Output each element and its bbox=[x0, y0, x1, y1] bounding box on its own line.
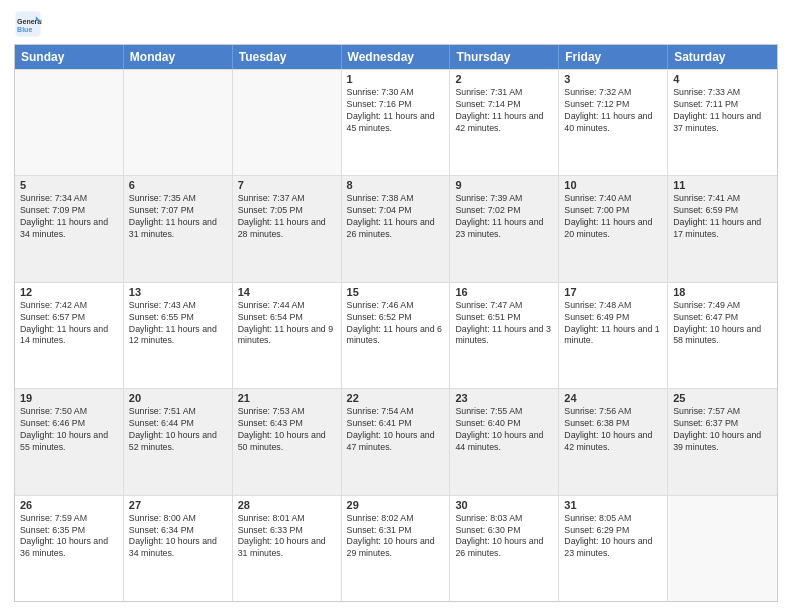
calendar-cell: 12Sunrise: 7:42 AMSunset: 6:57 PMDayligh… bbox=[15, 283, 124, 388]
cell-info: Sunrise: 7:41 AMSunset: 6:59 PMDaylight:… bbox=[673, 193, 772, 241]
cell-info: Sunrise: 7:38 AMSunset: 7:04 PMDaylight:… bbox=[347, 193, 445, 241]
cell-info: Sunrise: 7:34 AMSunset: 7:09 PMDaylight:… bbox=[20, 193, 118, 241]
day-number: 20 bbox=[129, 392, 227, 404]
day-header-tuesday: Tuesday bbox=[233, 45, 342, 69]
calendar-cell: 2Sunrise: 7:31 AMSunset: 7:14 PMDaylight… bbox=[450, 70, 559, 175]
calendar-cell: 30Sunrise: 8:03 AMSunset: 6:30 PMDayligh… bbox=[450, 496, 559, 601]
calendar-cell: 11Sunrise: 7:41 AMSunset: 6:59 PMDayligh… bbox=[668, 176, 777, 281]
calendar-cell: 21Sunrise: 7:53 AMSunset: 6:43 PMDayligh… bbox=[233, 389, 342, 494]
day-number: 14 bbox=[238, 286, 336, 298]
calendar-cell: 6Sunrise: 7:35 AMSunset: 7:07 PMDaylight… bbox=[124, 176, 233, 281]
day-number: 24 bbox=[564, 392, 662, 404]
day-number: 31 bbox=[564, 499, 662, 511]
cell-info: Sunrise: 7:57 AMSunset: 6:37 PMDaylight:… bbox=[673, 406, 772, 454]
calendar-cell: 13Sunrise: 7:43 AMSunset: 6:55 PMDayligh… bbox=[124, 283, 233, 388]
calendar-cell: 14Sunrise: 7:44 AMSunset: 6:54 PMDayligh… bbox=[233, 283, 342, 388]
calendar-cell: 5Sunrise: 7:34 AMSunset: 7:09 PMDaylight… bbox=[15, 176, 124, 281]
calendar: SundayMondayTuesdayWednesdayThursdayFrid… bbox=[14, 44, 778, 602]
day-number: 16 bbox=[455, 286, 553, 298]
day-number: 13 bbox=[129, 286, 227, 298]
cell-info: Sunrise: 7:55 AMSunset: 6:40 PMDaylight:… bbox=[455, 406, 553, 454]
day-number: 29 bbox=[347, 499, 445, 511]
calendar-cell bbox=[668, 496, 777, 601]
cell-info: Sunrise: 7:46 AMSunset: 6:52 PMDaylight:… bbox=[347, 300, 445, 348]
calendar-cell: 29Sunrise: 8:02 AMSunset: 6:31 PMDayligh… bbox=[342, 496, 451, 601]
cell-info: Sunrise: 7:42 AMSunset: 6:57 PMDaylight:… bbox=[20, 300, 118, 348]
calendar-cell: 17Sunrise: 7:48 AMSunset: 6:49 PMDayligh… bbox=[559, 283, 668, 388]
calendar-cell: 8Sunrise: 7:38 AMSunset: 7:04 PMDaylight… bbox=[342, 176, 451, 281]
calendar-cell: 1Sunrise: 7:30 AMSunset: 7:16 PMDaylight… bbox=[342, 70, 451, 175]
calendar-cell: 4Sunrise: 7:33 AMSunset: 7:11 PMDaylight… bbox=[668, 70, 777, 175]
calendar-cell: 10Sunrise: 7:40 AMSunset: 7:00 PMDayligh… bbox=[559, 176, 668, 281]
day-number: 10 bbox=[564, 179, 662, 191]
day-number: 27 bbox=[129, 499, 227, 511]
day-number: 25 bbox=[673, 392, 772, 404]
day-header-saturday: Saturday bbox=[668, 45, 777, 69]
day-number: 6 bbox=[129, 179, 227, 191]
day-number: 19 bbox=[20, 392, 118, 404]
calendar-cell: 20Sunrise: 7:51 AMSunset: 6:44 PMDayligh… bbox=[124, 389, 233, 494]
day-number: 12 bbox=[20, 286, 118, 298]
calendar-cell: 27Sunrise: 8:00 AMSunset: 6:34 PMDayligh… bbox=[124, 496, 233, 601]
calendar-cell bbox=[233, 70, 342, 175]
cell-info: Sunrise: 7:43 AMSunset: 6:55 PMDaylight:… bbox=[129, 300, 227, 348]
day-number: 8 bbox=[347, 179, 445, 191]
cell-info: Sunrise: 7:47 AMSunset: 6:51 PMDaylight:… bbox=[455, 300, 553, 348]
calendar-cell: 28Sunrise: 8:01 AMSunset: 6:33 PMDayligh… bbox=[233, 496, 342, 601]
day-header-friday: Friday bbox=[559, 45, 668, 69]
day-header-sunday: Sunday bbox=[15, 45, 124, 69]
svg-text:Blue: Blue bbox=[17, 26, 32, 33]
day-number: 18 bbox=[673, 286, 772, 298]
day-number: 1 bbox=[347, 73, 445, 85]
cell-info: Sunrise: 7:35 AMSunset: 7:07 PMDaylight:… bbox=[129, 193, 227, 241]
day-number: 7 bbox=[238, 179, 336, 191]
cell-info: Sunrise: 7:37 AMSunset: 7:05 PMDaylight:… bbox=[238, 193, 336, 241]
day-number: 9 bbox=[455, 179, 553, 191]
calendar-cell: 25Sunrise: 7:57 AMSunset: 6:37 PMDayligh… bbox=[668, 389, 777, 494]
cell-info: Sunrise: 7:51 AMSunset: 6:44 PMDaylight:… bbox=[129, 406, 227, 454]
cell-info: Sunrise: 8:00 AMSunset: 6:34 PMDaylight:… bbox=[129, 513, 227, 561]
calendar-cell: 16Sunrise: 7:47 AMSunset: 6:51 PMDayligh… bbox=[450, 283, 559, 388]
cell-info: Sunrise: 8:03 AMSunset: 6:30 PMDaylight:… bbox=[455, 513, 553, 561]
day-number: 22 bbox=[347, 392, 445, 404]
cell-info: Sunrise: 7:33 AMSunset: 7:11 PMDaylight:… bbox=[673, 87, 772, 135]
calendar-cell: 18Sunrise: 7:49 AMSunset: 6:47 PMDayligh… bbox=[668, 283, 777, 388]
day-number: 17 bbox=[564, 286, 662, 298]
page-header: General Blue bbox=[14, 10, 778, 38]
calendar-cell: 22Sunrise: 7:54 AMSunset: 6:41 PMDayligh… bbox=[342, 389, 451, 494]
cell-info: Sunrise: 7:31 AMSunset: 7:14 PMDaylight:… bbox=[455, 87, 553, 135]
cell-info: Sunrise: 7:53 AMSunset: 6:43 PMDaylight:… bbox=[238, 406, 336, 454]
day-header-thursday: Thursday bbox=[450, 45, 559, 69]
calendar-cell: 31Sunrise: 8:05 AMSunset: 6:29 PMDayligh… bbox=[559, 496, 668, 601]
day-header-wednesday: Wednesday bbox=[342, 45, 451, 69]
calendar-cell: 3Sunrise: 7:32 AMSunset: 7:12 PMDaylight… bbox=[559, 70, 668, 175]
cell-info: Sunrise: 7:54 AMSunset: 6:41 PMDaylight:… bbox=[347, 406, 445, 454]
day-number: 30 bbox=[455, 499, 553, 511]
calendar-cell: 23Sunrise: 7:55 AMSunset: 6:40 PMDayligh… bbox=[450, 389, 559, 494]
calendar-cell: 19Sunrise: 7:50 AMSunset: 6:46 PMDayligh… bbox=[15, 389, 124, 494]
cell-info: Sunrise: 7:48 AMSunset: 6:49 PMDaylight:… bbox=[564, 300, 662, 348]
calendar-cell: 15Sunrise: 7:46 AMSunset: 6:52 PMDayligh… bbox=[342, 283, 451, 388]
cell-info: Sunrise: 8:02 AMSunset: 6:31 PMDaylight:… bbox=[347, 513, 445, 561]
cell-info: Sunrise: 7:59 AMSunset: 6:35 PMDaylight:… bbox=[20, 513, 118, 561]
calendar-page: General Blue SundayMondayTuesdayWednesda… bbox=[0, 0, 792, 612]
calendar-row: 26Sunrise: 7:59 AMSunset: 6:35 PMDayligh… bbox=[15, 495, 777, 601]
day-number: 26 bbox=[20, 499, 118, 511]
day-number: 5 bbox=[20, 179, 118, 191]
calendar-header: SundayMondayTuesdayWednesdayThursdayFrid… bbox=[15, 45, 777, 69]
day-number: 4 bbox=[673, 73, 772, 85]
logo: General Blue bbox=[14, 10, 42, 38]
cell-info: Sunrise: 7:56 AMSunset: 6:38 PMDaylight:… bbox=[564, 406, 662, 454]
calendar-cell: 24Sunrise: 7:56 AMSunset: 6:38 PMDayligh… bbox=[559, 389, 668, 494]
calendar-row: 1Sunrise: 7:30 AMSunset: 7:16 PMDaylight… bbox=[15, 69, 777, 175]
calendar-row: 5Sunrise: 7:34 AMSunset: 7:09 PMDaylight… bbox=[15, 175, 777, 281]
cell-info: Sunrise: 7:49 AMSunset: 6:47 PMDaylight:… bbox=[673, 300, 772, 348]
day-number: 15 bbox=[347, 286, 445, 298]
calendar-cell bbox=[15, 70, 124, 175]
cell-info: Sunrise: 7:50 AMSunset: 6:46 PMDaylight:… bbox=[20, 406, 118, 454]
day-number: 21 bbox=[238, 392, 336, 404]
calendar-body: 1Sunrise: 7:30 AMSunset: 7:16 PMDaylight… bbox=[15, 69, 777, 601]
day-number: 2 bbox=[455, 73, 553, 85]
calendar-cell: 9Sunrise: 7:39 AMSunset: 7:02 PMDaylight… bbox=[450, 176, 559, 281]
cell-info: Sunrise: 7:44 AMSunset: 6:54 PMDaylight:… bbox=[238, 300, 336, 348]
